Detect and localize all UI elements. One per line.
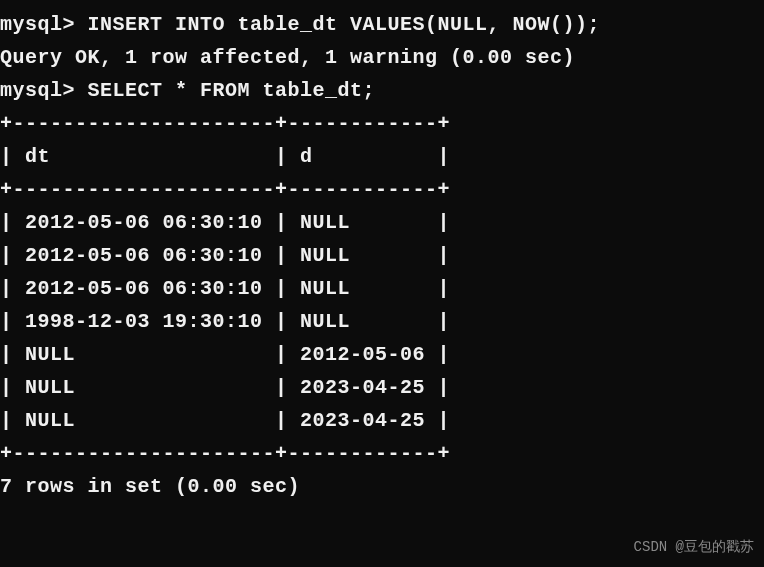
table-row: | 1998-12-03 19:30:10 | NULL | xyxy=(0,305,764,338)
sql-select-command: SELECT * FROM table_dt; xyxy=(88,79,376,102)
table-row: | NULL | 2023-04-25 | xyxy=(0,404,764,437)
terminal-output: mysql> INSERT INTO table_dt VALUES(NULL,… xyxy=(0,8,764,503)
table-header: | dt | d | xyxy=(0,140,764,173)
table-row: | NULL | 2012-05-06 | xyxy=(0,338,764,371)
table-row: | 2012-05-06 06:30:10 | NULL | xyxy=(0,206,764,239)
command-line-2: mysql> SELECT * FROM table_dt; xyxy=(0,74,764,107)
table-row: | 2012-05-06 06:30:10 | NULL | xyxy=(0,272,764,305)
command-line-1: mysql> INSERT INTO table_dt VALUES(NULL,… xyxy=(0,8,764,41)
prompt: mysql> xyxy=(0,13,75,36)
query-result-1: Query OK, 1 row affected, 1 warning (0.0… xyxy=(0,41,764,74)
table-border-top: +---------------------+------------+ xyxy=(0,107,764,140)
table-border-bottom: +---------------------+------------+ xyxy=(0,437,764,470)
sql-insert-command: INSERT INTO table_dt VALUES(NULL, NOW())… xyxy=(88,13,601,36)
table-row: | 2012-05-06 06:30:10 | NULL | xyxy=(0,239,764,272)
watermark: CSDN @豆包的戳苏 xyxy=(634,536,754,559)
table-row: | NULL | 2023-04-25 | xyxy=(0,371,764,404)
table-border-mid: +---------------------+------------+ xyxy=(0,173,764,206)
query-summary: 7 rows in set (0.00 sec) xyxy=(0,470,764,503)
prompt: mysql> xyxy=(0,79,75,102)
